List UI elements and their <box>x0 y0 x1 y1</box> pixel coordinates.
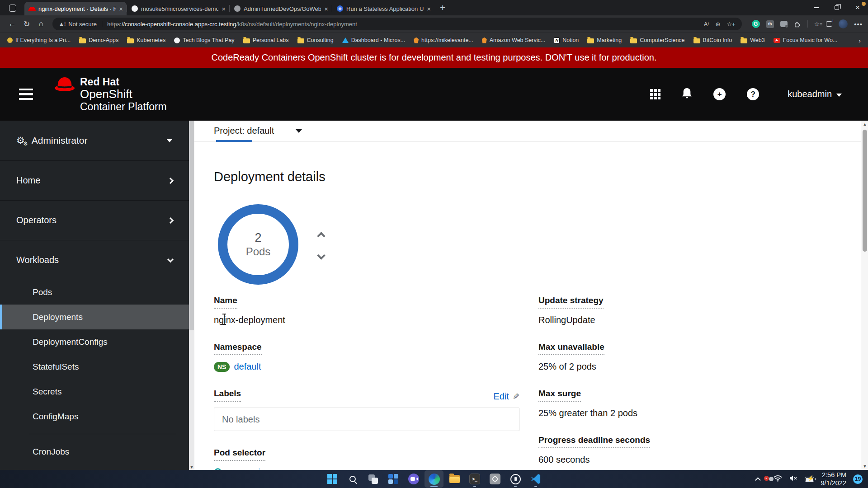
sidebar-item-statefulsets[interactable]: StatefulSets <box>0 354 189 379</box>
grammarly-extension-icon[interactable]: G <box>752 20 760 28</box>
bookmark-item[interactable]: Dashboard - Micros... <box>342 37 405 43</box>
terminal-button[interactable]: >_ <box>465 470 484 488</box>
tab-workspaces-icon[interactable] <box>9 5 16 12</box>
sidebar-item-label: Deployments <box>33 312 83 322</box>
help-question-icon[interactable]: ? <box>747 88 759 100</box>
scale-down-chevron-icon[interactable] <box>317 251 325 259</box>
browser-profile-avatar[interactable] <box>839 19 848 28</box>
wifi-icon[interactable] <box>774 475 782 483</box>
scale-up-chevron-icon[interactable] <box>317 232 325 240</box>
notification-count-badge[interactable]: 19 <box>853 474 863 484</box>
collections-icon[interactable] <box>826 21 832 27</box>
start-button[interactable] <box>323 470 342 488</box>
scrollbar-down-arrow[interactable]: ▼ <box>861 464 868 469</box>
widgets-button[interactable] <box>384 470 403 488</box>
bookmark-item[interactable]: Web3 <box>741 37 764 43</box>
sidebar-item-deploymentconfigs[interactable]: DeploymentConfigs <box>0 329 189 354</box>
tab-manager-extension-icon[interactable]: tb <box>766 20 774 28</box>
favorites-bar-icon[interactable]: ☆ <box>814 20 820 28</box>
tab-close-icon[interactable]: × <box>119 5 123 12</box>
scrollbar-up-arrow[interactable]: ▲ <box>861 122 868 127</box>
security-label[interactable]: Not secure <box>68 21 97 28</box>
browser-tab-openshift[interactable]: nginx-deployment · Details · Red × <box>24 2 127 15</box>
bookmark-item[interactable]: Kubernetes <box>127 37 165 43</box>
sidebar-item-pods[interactable]: Pods <box>0 280 189 305</box>
bookmark-item[interactable]: NNotion <box>554 37 579 43</box>
screen-recorder-button[interactable] <box>486 470 505 488</box>
max-surge-value: 25% greater than 2 pods <box>538 408 637 418</box>
bookmark-item[interactable]: Demo-Apps <box>79 37 118 43</box>
bookmark-item[interactable]: Tech Blogs That Pay <box>174 37 234 43</box>
tab-close-icon[interactable]: × <box>427 5 431 12</box>
notifications-bell-icon[interactable] <box>682 88 692 101</box>
bookmark-item[interactable]: https://mikelevante... <box>414 37 473 43</box>
edge-browser-button[interactable] <box>425 470 443 488</box>
folder-icon <box>297 38 304 43</box>
minimize-button[interactable] <box>806 0 826 15</box>
app-launcher-grid-icon[interactable] <box>650 89 660 99</box>
refresh-icon[interactable]: ↻ <box>20 19 33 29</box>
terminal-icon: >_ <box>469 474 480 484</box>
bookmarks-overflow-chevron[interactable]: › <box>859 37 861 44</box>
tab-close-icon[interactable]: × <box>222 5 226 12</box>
bookmark-item[interactable]: ComputerScience <box>630 37 684 43</box>
browser-tab-kubernetes[interactable]: ☸ Run a Stateless Application Usin × <box>332 2 434 15</box>
scrollbar-thumb[interactable] <box>189 121 194 330</box>
browser-tab-github-1[interactable]: mosuke5/microservices-demo-o × <box>127 2 229 15</box>
bookmark-item[interactable]: Personal Labs <box>243 37 289 43</box>
extension-icon[interactable] <box>780 21 788 27</box>
tray-chevron-up-icon[interactable] <box>755 477 761 483</box>
sidebar-item-cronjobs[interactable]: CronJobs <box>0 439 189 464</box>
perspective-switcher[interactable]: ⚙ Administrator <box>0 121 189 160</box>
browser-menu-icon[interactable]: ••• <box>854 20 863 28</box>
sidebar-item-operators[interactable]: Operators <box>0 200 189 240</box>
onepassword-button[interactable] <box>506 470 525 488</box>
teams-chat-button[interactable] <box>404 470 423 488</box>
bookmark-item[interactable]: BitCoin Info <box>693 37 732 43</box>
bookmark-item[interactable]: Consulting <box>297 37 334 43</box>
battery-charging-icon[interactable]: ⚡ <box>805 477 814 482</box>
add-favorite-icon[interactable]: ☆+ <box>726 21 735 28</box>
home-icon[interactable]: ⌂ <box>34 19 48 28</box>
new-tab-button[interactable]: + <box>440 3 445 12</box>
task-view-button[interactable] <box>363 470 382 488</box>
sidebar-item-configmaps[interactable]: ConfigMaps <box>0 404 189 429</box>
sidebar-item-workloads[interactable]: Workloads <box>0 240 189 280</box>
sidebar-scrollbar[interactable]: ▼ <box>189 121 194 470</box>
page-scrollbar[interactable]: ▲ ▼ <box>861 121 868 470</box>
extensions-puzzle-icon[interactable] <box>794 20 801 28</box>
edit-labels-link[interactable]: Edit ✎ <box>493 391 519 402</box>
taskbar-apps: >_ <box>323 470 545 488</box>
tab-close-icon[interactable]: × <box>324 5 328 12</box>
restore-button[interactable] <box>826 0 847 15</box>
vscode-button[interactable] <box>526 470 545 488</box>
sidebar-item-deployments[interactable]: Deployments <box>0 305 189 329</box>
taskbar-clock[interactable]: 2:56 PM 9/1/2022 <box>821 471 846 487</box>
project-selector[interactable]: Project: default <box>194 121 868 141</box>
nav-toggle-hamburger-icon[interactable] <box>19 89 33 100</box>
import-yaml-plus-icon[interactable]: + <box>713 88 726 100</box>
url-path: /k8s/ns/default/deployments/nginx-deploy… <box>236 21 698 28</box>
scrollbar-down-arrow[interactable]: ▼ <box>189 465 194 469</box>
brand-logo[interactable]: Red Hat OpenShift Container Platform <box>54 76 167 113</box>
read-aloud-icon[interactable]: A⁾ <box>704 21 709 28</box>
sidebar-item-secrets[interactable]: Secrets <box>0 379 189 404</box>
search-button[interactable] <box>343 470 362 488</box>
bookmark-item[interactable]: ▶Focus Music for Wo... <box>774 37 838 43</box>
browser-tab-github-2[interactable]: AdminTurnedDevOps/GoWebAP × <box>230 2 332 15</box>
sidebar-item-home[interactable]: Home <box>0 160 189 200</box>
back-icon[interactable]: ← <box>5 19 19 28</box>
volume-muted-icon[interactable] <box>789 475 798 483</box>
namespace-link[interactable]: default <box>234 361 261 372</box>
zoom-icon[interactable]: ⊕ <box>716 21 721 28</box>
address-bar[interactable]: ▲! Not secure https ://console-openshift… <box>52 18 742 30</box>
field-label: Update strategy <box>538 296 604 309</box>
pod-count-donut[interactable]: 2 Pods <box>218 204 298 285</box>
folder-icon <box>630 38 637 43</box>
bookmark-item[interactable]: Amazon Web Servic... <box>482 37 545 43</box>
bookmark-item[interactable]: Marketing <box>587 37 622 43</box>
bookmark-item[interactable]: If Everything Is a Pri... <box>7 37 71 43</box>
user-menu[interactable]: kubeadmin <box>788 89 842 99</box>
file-explorer-button[interactable] <box>445 470 464 488</box>
scrollbar-thumb[interactable] <box>863 130 867 252</box>
